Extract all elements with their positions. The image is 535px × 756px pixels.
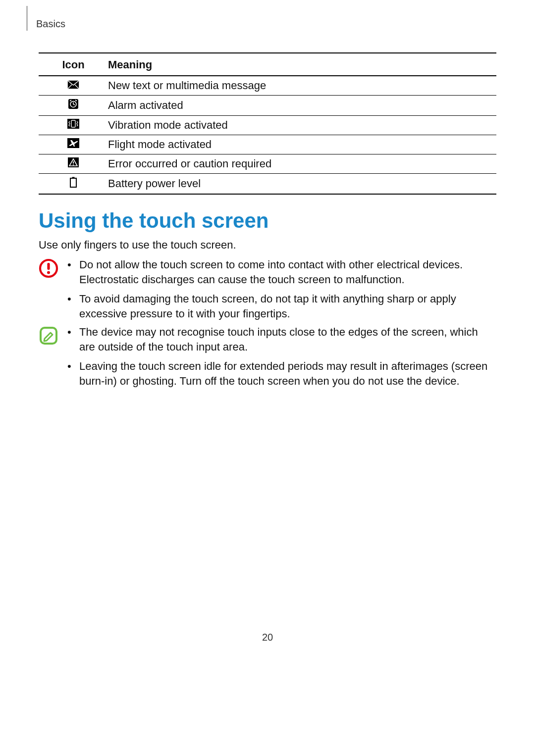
breadcrumb: Basics (27, 6, 65, 31)
note-block: • The device may not recognise touch inp… (39, 325, 496, 394)
breadcrumb-rule (27, 6, 27, 31)
bullet-dot: • (67, 257, 79, 287)
bullet-item: • Do not allow the touch screen to come … (67, 257, 496, 287)
svg-point-18 (47, 271, 50, 274)
breadcrumb-label: Basics (36, 18, 65, 30)
section-lead: Use only fingers to use the touch screen… (39, 239, 236, 252)
table-head-icon: Icon (39, 53, 108, 76)
bullet-item: • To avoid damaging the touch screen, do… (67, 292, 496, 321)
vibrate-icon (67, 119, 79, 129)
svg-rect-17 (47, 263, 50, 270)
icon-meaning-table: Icon Meaning New text or multimedia mess… (39, 52, 496, 195)
caution-icon (39, 257, 67, 326)
table-cell-meaning: Vibration mode activated (108, 116, 496, 135)
table-row: Vibration mode activated (39, 116, 496, 135)
page-number: 20 (0, 632, 535, 643)
svg-rect-14 (70, 178, 76, 187)
section-title: Using the touch screen (39, 209, 268, 233)
bullet-text: The device may not recognise touch input… (79, 325, 496, 354)
table-cell-meaning: Battery power level (108, 174, 496, 195)
message-icon (67, 80, 79, 89)
bullet-dot: • (67, 325, 79, 354)
svg-rect-15 (72, 177, 75, 179)
table-row: New text or multimedia message (39, 76, 496, 96)
flight-icon (67, 138, 79, 148)
battery-icon (69, 177, 77, 188)
note-icon (39, 325, 67, 394)
table-head-meaning: Meaning (108, 53, 496, 76)
table-cell-meaning: Error occurred or caution required (108, 154, 496, 174)
alarm-icon (68, 99, 79, 109)
caution-block: • Do not allow the touch screen to come … (39, 257, 496, 326)
bullet-text: To avoid damaging the touch screen, do n… (79, 292, 496, 321)
table-row: Flight mode activated (39, 135, 496, 154)
bullet-text: Leaving the touch screen idle for extend… (79, 359, 496, 388)
table-row: Battery power level (39, 174, 496, 195)
bullet-dot: • (67, 359, 79, 388)
table-cell-meaning: New text or multimedia message (108, 76, 496, 96)
warning-icon (68, 157, 79, 167)
bullet-item: • The device may not recognise touch inp… (67, 325, 496, 354)
table-cell-meaning: Flight mode activated (108, 135, 496, 154)
table-cell-meaning: Alarm activated (108, 96, 496, 116)
bullet-dot: • (67, 292, 79, 321)
table-row: Error occurred or caution required (39, 154, 496, 174)
bullet-item: • Leaving the touch screen idle for exte… (67, 359, 496, 388)
table-row: Alarm activated (39, 96, 496, 116)
svg-point-13 (73, 164, 74, 165)
bullet-text: Do not allow the touch screen to come in… (79, 257, 496, 287)
